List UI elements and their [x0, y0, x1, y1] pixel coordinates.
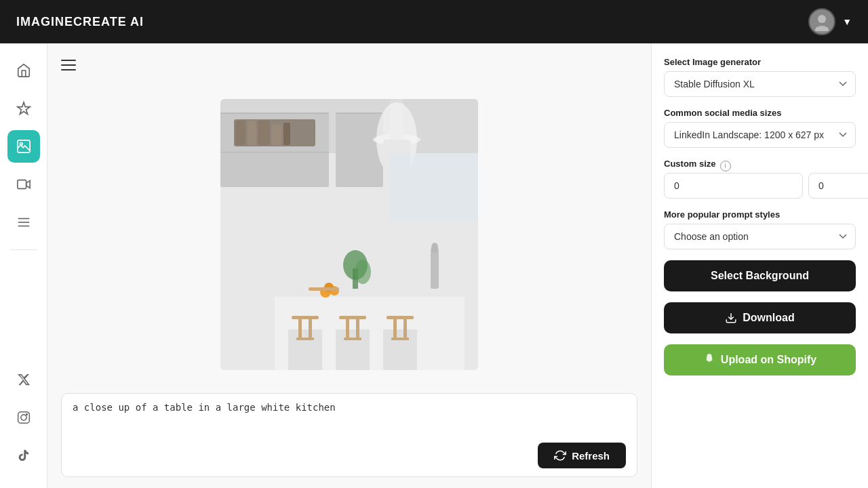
prompt-styles-select[interactable]: Choose an option Photorealistic Artistic…	[664, 224, 856, 249]
svg-rect-19	[235, 121, 245, 145]
download-button[interactable]: Download	[664, 302, 856, 333]
svg-point-9	[20, 415, 26, 420]
prompt-area: a close up of a table in a large white k…	[61, 393, 637, 477]
twitter-x-icon	[17, 373, 31, 386]
topnav: IMAGINECREATE AI ▼	[0, 0, 868, 43]
download-icon	[725, 312, 737, 324]
custom-size-label: Custom size	[664, 159, 716, 169]
svg-rect-53	[431, 248, 439, 289]
svg-rect-36	[309, 319, 312, 340]
custom-size-section: Custom size i	[664, 159, 856, 199]
svg-point-10	[26, 414, 27, 415]
svg-rect-32	[336, 329, 370, 370]
custom-width-input[interactable]	[664, 173, 803, 199]
info-icon[interactable]: i	[720, 161, 731, 171]
prompt-styles-section: More popular prompt styles Choose an opt…	[664, 209, 856, 249]
svg-rect-20	[248, 121, 256, 145]
sidebar-item-tiktok[interactable]	[7, 439, 40, 472]
svg-point-48	[355, 260, 371, 284]
image-display	[61, 84, 637, 385]
image-generator-select[interactable]: Stable Diffusion XL DALL-E 3 Midjourney	[664, 71, 856, 97]
sidebar-item-image-gen[interactable]	[7, 130, 40, 163]
svg-rect-43	[393, 319, 397, 340]
main-layout: a close up of a table in a large white k…	[0, 43, 868, 488]
app-logo: IMAGINECREATE AI	[16, 15, 144, 29]
svg-rect-23	[283, 123, 290, 145]
chevron-down-icon: ▼	[842, 16, 852, 27]
image-generator-label: Select Image generator	[664, 57, 856, 67]
instagram-icon	[17, 411, 31, 424]
svg-rect-35	[298, 319, 302, 340]
prompt-actions: Refresh	[73, 443, 626, 468]
avatar[interactable]	[808, 8, 835, 35]
svg-rect-22	[272, 125, 281, 145]
svg-rect-44	[403, 319, 407, 340]
prompt-styles-label: More popular prompt styles	[664, 209, 856, 220]
svg-rect-42	[387, 316, 414, 319]
home-icon	[16, 63, 31, 78]
select-background-button[interactable]: Select Background	[664, 260, 856, 291]
svg-rect-16	[336, 113, 383, 114]
svg-rect-52	[309, 287, 339, 291]
list-icon	[16, 215, 31, 230]
svg-rect-39	[346, 319, 349, 340]
sidebar-item-magic[interactable]	[7, 92, 40, 125]
shopify-upload-button[interactable]: Upload on Shopify	[664, 344, 856, 375]
svg-rect-34	[292, 316, 319, 319]
hamburger-button[interactable]	[61, 54, 83, 76]
sidebar-item-instagram[interactable]	[7, 401, 40, 434]
svg-rect-33	[383, 329, 417, 370]
refresh-icon	[554, 449, 566, 462]
magic-icon	[16, 101, 31, 116]
svg-point-0	[818, 15, 826, 23]
svg-rect-28	[390, 153, 478, 221]
svg-rect-40	[356, 319, 359, 340]
svg-rect-30	[275, 289, 465, 297]
social-sizes-section: Common social media sizes LinkedIn Lands…	[664, 108, 856, 148]
sidebar-item-video[interactable]	[7, 168, 40, 201]
custom-height-input[interactable]	[808, 173, 868, 199]
svg-rect-21	[258, 121, 270, 145]
sidebar	[0, 43, 47, 488]
custom-size-inputs	[664, 173, 856, 199]
content-area: a close up of a table in a large white k…	[47, 43, 651, 488]
right-panel: Select Image generator Stable Diffusion …	[651, 43, 868, 488]
svg-point-54	[431, 243, 438, 253]
svg-rect-41	[344, 338, 361, 340]
social-sizes-select[interactable]: LinkedIn Landscape: 1200 x 627 px Instag…	[664, 122, 856, 148]
image-gen-icon	[16, 139, 31, 154]
shopify-icon	[703, 354, 715, 366]
sidebar-item-list[interactable]	[7, 206, 40, 239]
user-menu[interactable]: ▼	[808, 8, 852, 35]
svg-rect-17	[220, 152, 329, 152]
svg-rect-31	[288, 329, 322, 370]
image-generator-section: Select Image generator Stable Diffusion …	[664, 57, 856, 97]
svg-rect-45	[391, 338, 409, 340]
sidebar-social	[7, 363, 40, 477]
video-icon	[16, 177, 31, 192]
svg-rect-4	[17, 180, 26, 189]
svg-rect-14	[336, 113, 383, 187]
svg-point-3	[20, 143, 22, 146]
refresh-button[interactable]: Refresh	[538, 443, 626, 468]
social-sizes-label: Common social media sizes	[664, 108, 856, 118]
sidebar-item-home[interactable]	[7, 54, 40, 87]
svg-rect-8	[18, 412, 29, 424]
sidebar-divider	[10, 249, 37, 250]
custom-size-label-row: Custom size i	[664, 159, 856, 173]
svg-point-1	[815, 26, 829, 31]
sidebar-item-twitter[interactable]	[7, 363, 40, 396]
generated-image	[220, 99, 478, 370]
tiktok-icon	[17, 449, 31, 462]
svg-rect-38	[339, 316, 366, 319]
svg-rect-37	[296, 338, 314, 340]
svg-rect-15	[220, 113, 329, 114]
avatar-icon	[812, 12, 831, 31]
prompt-input[interactable]: a close up of a table in a large white k…	[73, 402, 626, 436]
